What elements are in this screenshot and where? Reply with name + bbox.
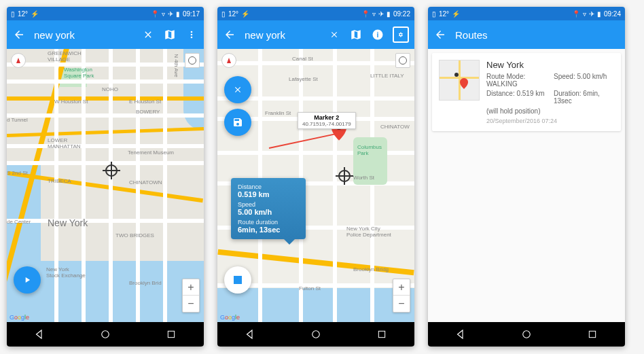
map-label: S 2nd St [7, 170, 28, 176]
search-text[interactable]: new york [34, 29, 133, 41]
map-label: Columbus Park [357, 144, 382, 156]
map-label: New York Stock Exchange [46, 266, 86, 279]
map-icon[interactable] [349, 28, 363, 41]
settings-icon[interactable] [393, 26, 409, 43]
google-logo: Google [220, 314, 240, 321]
status-bar: ▯12°⚡ 📍▿✈▮09:24 [428, 7, 625, 20]
nav-back-button[interactable] [454, 328, 467, 341]
map-label: New York [48, 217, 88, 228]
svg-rect-6 [378, 331, 384, 337]
nav-bar [7, 322, 204, 347]
nav-recent-button[interactable] [164, 328, 178, 341]
my-location-button[interactable] [185, 53, 200, 68]
search-text[interactable]: new york [245, 29, 319, 41]
svg-rect-8 [589, 331, 595, 337]
nav-bar [428, 322, 625, 347]
close-fab[interactable] [224, 76, 251, 103]
nav-recent-button[interactable] [586, 328, 599, 341]
nav-home-button[interactable] [520, 328, 533, 341]
svg-point-0 [102, 331, 109, 338]
route-note: (will hold position) [486, 107, 614, 115]
svg-text:i: i [377, 31, 379, 39]
map-label: Brooklyn Brid [129, 280, 162, 286]
map-label: TWO BRIDGES [115, 232, 154, 238]
marker-label: Marker 2 40.71519,-74.00179 [298, 112, 356, 129]
nav-bar [217, 322, 414, 347]
app-bar: new york [7, 20, 204, 49]
map-label: BOWERY [136, 109, 160, 115]
svg-point-7 [523, 331, 531, 338]
google-logo: Google [10, 314, 29, 321]
routes-list: New York Route Mode: WALKING Speed: 5.00… [428, 49, 625, 322]
map-label: LOWER MANHATTAN [48, 137, 81, 149]
route-title: New York [486, 60, 614, 70]
back-icon[interactable] [12, 28, 26, 41]
zoom-out-button[interactable]: − [393, 296, 410, 312]
route-info-box: Distance 0.519 km Speed 5.00 km/h Route … [231, 178, 306, 239]
map-label: N 4th Ave [173, 54, 179, 77]
play-fab[interactable] [14, 266, 41, 294]
zoom-in-button[interactable]: + [393, 279, 410, 296]
app-bar: Routes [428, 20, 625, 49]
map-label: Canal St [292, 56, 313, 62]
status-bar: ▯12°⚡ 📍▿✈▮09:17 [7, 7, 204, 20]
map-label: de Center [7, 219, 31, 225]
page-title: Routes [455, 29, 620, 41]
route-timestamp: 20/September/2016 07:24 [486, 118, 614, 124]
clear-icon[interactable] [327, 28, 341, 41]
overflow-icon[interactable] [185, 28, 198, 41]
info-icon[interactable]: i [371, 28, 384, 41]
map-area[interactable]: Canal St Lafayette St LITTLE ITALY Frank… [217, 49, 414, 322]
phone-screen-2: ▯12°⚡ 📍▿✈▮09:22 new york i [217, 7, 414, 347]
app-bar: new york i [217, 20, 414, 49]
map-label: W Houston St [54, 99, 88, 105]
back-icon[interactable] [223, 28, 236, 41]
nav-home-button[interactable] [99, 328, 112, 341]
map-label: Brooklyn Bridg [353, 266, 389, 272]
map-label: Lafayette St [289, 76, 318, 82]
back-icon[interactable] [433, 28, 447, 41]
nav-recent-button[interactable] [375, 328, 389, 341]
phone-screen-3: ▯12°⚡ 📍▿✈▮09:24 Routes New York Route Mo… [428, 7, 625, 347]
map-label: New York City Police Department [346, 226, 391, 238]
svg-point-5 [312, 331, 320, 338]
map-label: LITTLE ITALY [370, 73, 404, 79]
map-label: TRIBECA [48, 178, 71, 184]
crosshair-icon [105, 164, 118, 177]
route-thumbnail [439, 60, 480, 101]
map-label: CHINATOW [380, 124, 410, 130]
phone-screen-1: ▯12°⚡ 📍▿✈▮09:17 new york [7, 7, 204, 347]
route-line [269, 132, 338, 149]
map-label: CHINATOWN [129, 179, 162, 185]
nav-back-button[interactable] [243, 328, 257, 341]
zoom-out-button[interactable]: − [183, 296, 199, 312]
map-label: Washington Square Park [64, 67, 94, 79]
zoom-in-button[interactable]: + [183, 279, 199, 296]
my-location-button[interactable] [395, 53, 410, 68]
status-bar: ▯12°⚡ 📍▿✈▮09:22 [217, 7, 414, 20]
route-card[interactable]: New York Route Mode: WALKING Speed: 5.00… [432, 53, 621, 131]
map-label: Fulton St [299, 285, 321, 291]
map-icon[interactable] [163, 28, 177, 41]
clear-icon[interactable] [141, 28, 155, 41]
nav-back-button[interactable] [33, 328, 46, 341]
zoom-controls: + − [393, 279, 410, 313]
save-fab[interactable] [224, 109, 251, 136]
nav-home-button[interactable] [309, 328, 323, 341]
crosshair-icon [338, 170, 351, 182]
map-label: NOHO [102, 86, 118, 92]
map-label: Worth St [353, 175, 374, 181]
route-info: New York Route Mode: WALKING Speed: 5.00… [486, 60, 614, 124]
map-label: d Tunnel [7, 117, 28, 123]
map-label: Tenement Museum [128, 149, 174, 156]
map-area[interactable]: GREENWICH VILLAGE Washington Square Park… [7, 49, 204, 322]
map-label: E Houston St [129, 99, 161, 105]
svg-rect-1 [168, 331, 174, 337]
compass-icon[interactable] [221, 53, 236, 68]
map-label: GREENWICH VILLAGE [48, 50, 82, 63]
stop-fab[interactable] [224, 266, 251, 294]
map-label: Franklin St [265, 110, 291, 116]
compass-icon[interactable] [11, 53, 26, 68]
zoom-controls: + − [182, 279, 200, 313]
